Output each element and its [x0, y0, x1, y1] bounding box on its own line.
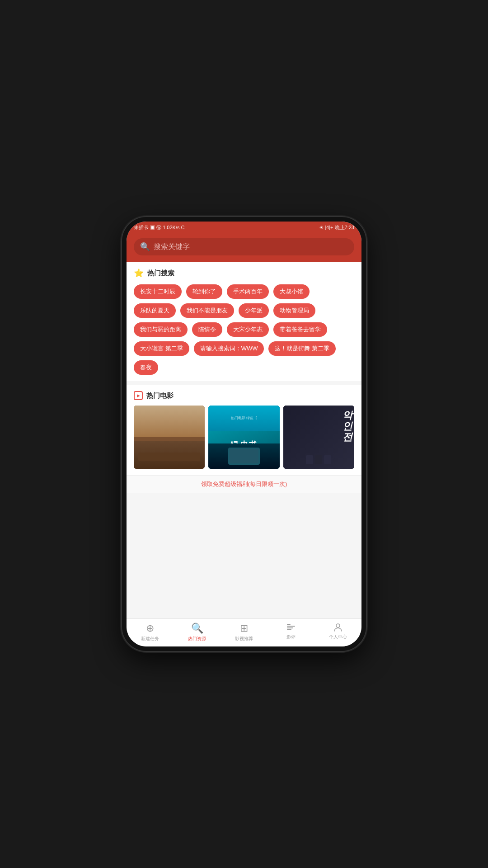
svg-rect-0 [287, 624, 291, 625]
movie-card-3[interactable]: 악인전 [283, 406, 354, 469]
tag-4[interactable]: 大叔小馆 [273, 284, 310, 299]
hot-movies-title: 热门电影 [146, 392, 174, 400]
hot-movies-section: 热门电影 [127, 385, 361, 475]
section-header-hot-movies: 热门电影 [134, 391, 354, 400]
nav-label-new-task: 新建任务 [141, 636, 159, 642]
banner-text: 领取免费超级福利(每日限领一次) [201, 481, 287, 487]
phone-frame: 未插卡 ▣ ⓦ 1.02K/s C ☀ [4]+ 晚上7:23 🔍 搜索关键字 … [122, 217, 366, 651]
tag-6[interactable]: 我们不能是朋友 [180, 303, 234, 318]
tag-7[interactable]: 少年派 [239, 303, 269, 318]
nav-icon-hot-resources: 🔍 [191, 623, 203, 634]
svg-rect-1 [287, 626, 295, 627]
nav-icon-movie-review-svg [286, 623, 296, 632]
svg-rect-3 [287, 629, 291, 630]
status-right: ☀ [4]+ 晚上7:23 [319, 224, 354, 231]
svg-rect-2 [287, 627, 293, 628]
status-left: 未插卡 ▣ ⓦ 1.02K/s C [134, 224, 184, 231]
nav-item-new-task[interactable]: ⊕ 新建任务 [127, 619, 174, 646]
bottom-nav: ⊕ 新建任务 🔍 热门资源 ⊞ 影视推荐 影评 [127, 618, 361, 646]
tag-16[interactable]: 春夜 [134, 360, 158, 375]
status-right-text: ☀ [4]+ 晚上7:23 [319, 224, 354, 231]
nav-icon-personal-center-svg [333, 623, 343, 632]
tag-10[interactable]: 陈情令 [192, 322, 222, 337]
tag-9[interactable]: 我们与恶的距离 [134, 322, 188, 337]
nav-label-personal-center: 个人中心 [329, 634, 347, 640]
tag-3[interactable]: 手术两百年 [227, 284, 269, 299]
tag-2[interactable]: 轮到你了 [186, 284, 222, 299]
tags-container: 长安十二时辰 轮到你了 手术两百年 大叔小馆 乐队的夏天 我们不能是朋友 少年派… [134, 284, 354, 375]
movies-row: 热门电影 绿皮书 绿皮书 3月1日 最终预告 [134, 406, 354, 469]
play-icon [134, 391, 143, 400]
nav-icon-movie-recommend: ⊞ [240, 623, 248, 634]
bottom-banner[interactable]: 领取免费超级福利(每日限领一次) [127, 475, 361, 493]
tag-5[interactable]: 乐队的夏天 [134, 303, 176, 318]
nav-item-hot-resources[interactable]: 🔍 热门资源 [174, 619, 221, 646]
phone-screen: 未插卡 ▣ ⓦ 1.02K/s C ☀ [4]+ 晚上7:23 🔍 搜索关键字 … [127, 222, 361, 646]
search-placeholder: 搜索关键字 [154, 242, 190, 252]
tag-14[interactable]: 请输入搜索词：WWW [194, 341, 264, 356]
nav-label-movie-review: 影评 [286, 634, 296, 640]
section-header-hot-search: ⭐ 热门搜索 [134, 268, 354, 278]
search-bar-container: 🔍 搜索关键字 [127, 234, 361, 262]
status-left-text: 未插卡 ▣ ⓦ 1.02K/s C [134, 224, 184, 231]
svg-point-4 [336, 624, 340, 627]
hot-search-section: ⭐ 热门搜索 长安十二时辰 轮到你了 手术两百年 大叔小馆 乐队的夏天 我们不能… [127, 262, 361, 381]
tag-11[interactable]: 大宋少年志 [227, 322, 269, 337]
nav-label-movie-recommend: 影视推荐 [235, 636, 253, 642]
search-icon: 🔍 [140, 242, 150, 252]
tag-12[interactable]: 带着爸爸去留学 [273, 322, 327, 337]
nav-item-movie-recommend[interactable]: ⊞ 影视推荐 [221, 619, 267, 646]
search-bar[interactable]: 🔍 搜索关键字 [134, 238, 354, 255]
movie-card-1[interactable] [134, 406, 205, 469]
star-icon: ⭐ [134, 268, 144, 278]
movie-3-text: 악인전 [343, 410, 352, 443]
tag-13[interactable]: 大小谎言 第二季 [134, 341, 189, 356]
hot-search-title: 热门搜索 [147, 269, 174, 278]
status-bar: 未插卡 ▣ ⓦ 1.02K/s C ☀ [4]+ 晚上7:23 [127, 222, 361, 234]
nav-item-personal-center[interactable]: 个人中心 [314, 619, 361, 646]
tag-8[interactable]: 动物管理局 [273, 303, 315, 318]
movie-card-2[interactable]: 热门电影 绿皮书 绿皮书 3月1日 最终预告 [208, 406, 279, 469]
nav-item-movie-review[interactable]: 影评 [267, 619, 314, 646]
tag-1[interactable]: 长安十二时辰 [134, 284, 182, 299]
nav-label-hot-resources: 热门资源 [188, 636, 206, 642]
content-area: ⭐ 热门搜索 长安十二时辰 轮到你了 手术两百年 大叔小馆 乐队的夏天 我们不能… [127, 262, 361, 618]
nav-icon-new-task: ⊕ [146, 623, 154, 634]
tag-15[interactable]: 这！就是街舞 第二季 [268, 341, 336, 356]
